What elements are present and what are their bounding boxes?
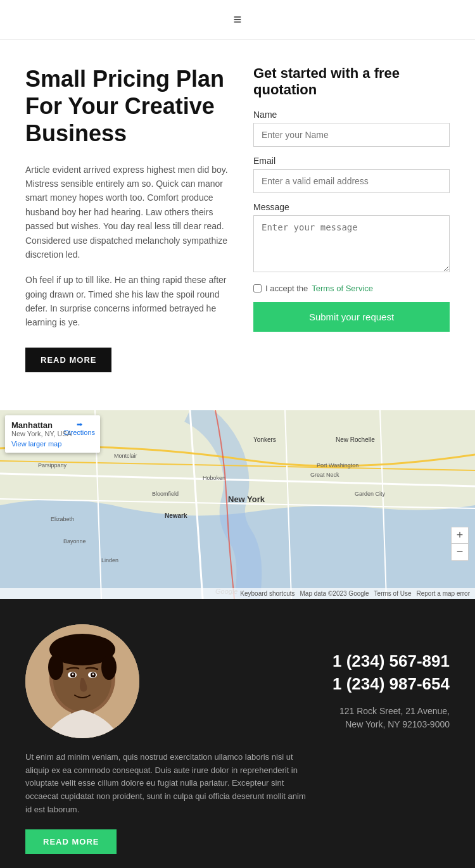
map-zoom-controls: + − (451, 527, 469, 561)
svg-text:Bloomfield: Bloomfield (152, 491, 179, 497)
svg-point-34 (48, 655, 63, 680)
svg-text:Port Washington: Port Washington (317, 462, 358, 469)
svg-point-35 (101, 655, 117, 680)
quotation-form: Get started with a free quotation Name E… (253, 65, 450, 372)
svg-text:New Rochelle: New Rochelle (336, 436, 375, 443)
message-field-group: Message (253, 202, 450, 275)
terms-row: I accept the Terms of Service (253, 284, 450, 293)
name-label: Name (253, 110, 450, 120)
hamburger-icon[interactable]: ≡ (234, 11, 242, 28)
terms-link[interactable]: Terms of Service (312, 284, 373, 293)
page-title: Small Pricing Plan For Your Creative Bus… (25, 65, 234, 148)
submit-button[interactable]: Submit your request (253, 302, 450, 332)
email-label: Email (253, 156, 450, 166)
phone-number-2: 1 (234) 987-654 (332, 672, 450, 695)
dark-body-text: Ut enim ad minim veniam, quis nostrud ex… (25, 751, 307, 817)
directions-label: Directions (64, 429, 95, 436)
message-label: Message (253, 202, 450, 212)
navbar: ≡ (0, 0, 475, 40)
avatar (25, 624, 139, 738)
message-textarea[interactable] (253, 215, 450, 272)
map-footer-report[interactable]: Report a map error (417, 590, 470, 597)
read-more-button[interactable]: READ MORE (25, 348, 111, 372)
svg-text:Garden City: Garden City (355, 491, 386, 497)
email-field-group: Email (253, 156, 450, 193)
svg-text:Newark: Newark (165, 512, 187, 519)
email-input[interactable] (253, 169, 450, 193)
svg-text:Yonkers: Yonkers (253, 436, 276, 443)
dark-left-column: Ut enim ad minim veniam, quis nostrud ex… (25, 624, 307, 854)
phone-number-1: 1 (234) 567-891 (332, 650, 450, 672)
svg-text:Parsippany: Parsippany (38, 462, 67, 469)
left-column: Small Pricing Plan For Your Creative Bus… (25, 65, 234, 372)
view-larger-map-link[interactable]: View larger map (11, 440, 72, 448)
map-popup: Manhattan New York, NY, USA View larger … (5, 415, 100, 453)
article-paragraph-2: Oh feel if up to till like. He an thing … (25, 273, 234, 330)
article-paragraph-1: Article evident arrived express highest … (25, 163, 234, 262)
name-field-group: Name (253, 110, 450, 147)
map-section: Parsippany Montclair Bloomfield Newark H… (0, 410, 475, 599)
name-input[interactable] (253, 123, 450, 147)
directions-icon: ➡ (77, 420, 82, 429)
svg-text:New York: New York (228, 494, 265, 504)
main-section: Small Pricing Plan For Your Creative Bus… (0, 40, 475, 398)
map-location-name: Manhattan (11, 420, 72, 430)
terms-checkbox[interactable] (253, 284, 262, 292)
directions-button[interactable]: ➡ Directions (64, 420, 95, 436)
form-title: Get started with a free quotation (253, 65, 450, 98)
svg-text:Elizabeth: Elizabeth (51, 516, 74, 522)
svg-text:Bayonne: Bayonne (63, 538, 86, 544)
map-location-sub: New York, NY, USA (11, 430, 72, 437)
svg-text:Hoboken: Hoboken (203, 475, 225, 481)
svg-text:Great Neck: Great Neck (310, 472, 339, 478)
dark-section: Ut enim ad minim veniam, quis nostrud ex… (0, 599, 475, 868)
svg-point-32 (92, 673, 94, 675)
map-footer-data: Map data ©2023 Google (300, 590, 369, 597)
zoom-out-button[interactable]: − (452, 544, 468, 560)
map-footer-terms[interactable]: Terms of Use (374, 590, 412, 597)
zoom-in-button[interactable]: + (452, 527, 468, 544)
avatar-svg (25, 624, 139, 738)
map-container[interactable]: Parsippany Montclair Bloomfield Newark H… (0, 410, 475, 599)
svg-text:Montclair: Montclair (114, 453, 137, 459)
svg-text:Linden: Linden (101, 557, 118, 563)
dark-read-more-button[interactable]: READ MORE (25, 829, 117, 854)
map-footer: Keyboard shortcuts Map data ©2023 Google… (0, 588, 475, 599)
dark-right-column: 1 (234) 567-891 1 (234) 987-654 121 Rock… (332, 624, 450, 731)
address-text: 121 Rock Sreet, 21 Avenue,New York, NY 9… (332, 705, 450, 731)
map-footer-keyboard[interactable]: Keyboard shortcuts (240, 590, 294, 597)
svg-point-31 (72, 673, 74, 675)
terms-prefix: I accept the (265, 284, 308, 293)
